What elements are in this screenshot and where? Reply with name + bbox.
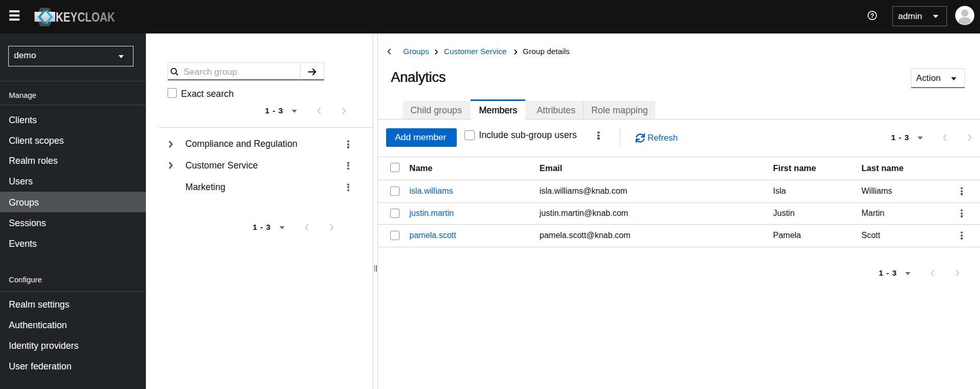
svg-text:KEYCLOAK: KEYCLOAK [56,10,115,24]
svg-text:?: ? [870,12,874,20]
